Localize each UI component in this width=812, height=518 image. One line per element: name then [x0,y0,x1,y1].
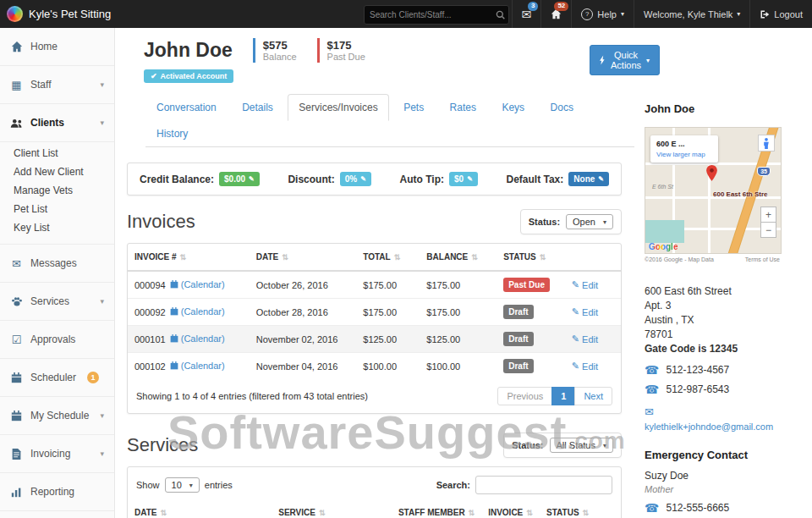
map[interactable]: E 6th St 35 600 East 6th Stre 600 E ... … [645,127,782,254]
user-menu[interactable]: Welcome, Kyle Thielk ▾ [634,0,749,28]
sidebar-item-add-new-client[interactable]: Add New Client [0,163,114,181]
col-service-date[interactable]: DATE⇅ [128,499,272,518]
invoice-date: November 02, 2016 [250,326,356,353]
sidebar-item-invoicing[interactable]: Invoicing ▾ [0,435,114,473]
col-staff-member[interactable]: STAFF MEMBER⇅ [392,499,481,518]
tab-pets[interactable]: Pets [392,94,435,121]
street-view-icon[interactable] [758,135,775,152]
col-invoice-number[interactable]: INVOICE #⇅ [128,244,250,271]
service-status-select[interactable]: All Status ▾ [550,438,613,453]
sidebar-item-my-schedule[interactable]: My Schedule ▾ [0,397,114,435]
services-panel: Show 10 ▾ entries Search: DATE⇅ SERVIC [127,466,622,518]
home-nav-button[interactable]: 52 [540,0,571,28]
invoice-status-badge: Draft [503,332,533,346]
search-icon[interactable] [491,10,508,19]
emergency-contact-title: Emergency Contact [645,449,802,461]
edit-invoice-link[interactable]: ✎Edit [572,279,598,290]
calendar-link-label: (Calendar) [181,279,225,289]
sidebar-item-key-list[interactable]: Key List [0,218,114,237]
messages-nav-button[interactable]: ✉ 3 [512,0,541,28]
invoice-number: 000094 [134,280,166,290]
sidebar-item-messages[interactable]: ✉ Messages [0,245,114,283]
col-service[interactable]: SERVICE⇅ [272,499,392,518]
credit-balance-badge[interactable]: $0.00 ✎ [219,172,260,186]
tab-services-invoices[interactable]: Services/Invoices [288,94,388,121]
sort-icon: ⇅ [471,253,478,262]
col-date[interactable]: DATE⇅ [250,244,356,271]
col-balance-label: BALANCE [426,252,468,262]
sidebar-item-manage-vets[interactable]: Manage Vets [0,181,114,200]
sidebar-item-client-list[interactable]: Client List [0,144,114,163]
tab-conversation[interactable]: Conversation [145,94,228,121]
users-icon [10,118,23,129]
tab-details[interactable]: Details [231,94,284,121]
map-marker-icon[interactable] [706,165,717,185]
sidebar-item-reporting[interactable]: Reporting [0,473,114,511]
col-balance[interactable]: BALANCE⇅ [420,244,497,271]
clients-submenu: Client List Add New Client Manage Vets P… [0,142,114,245]
map-zoom-controls: + − [760,207,776,238]
calendar-link[interactable]: (Calendar) [170,279,225,289]
balance-label: Balance [263,52,297,62]
search-input[interactable] [365,10,491,19]
tab-keys[interactable]: Keys [491,94,535,121]
view-larger-map-link[interactable]: View larger map [656,151,712,158]
help-menu[interactable]: ? Help ▾ [571,0,634,28]
show-entries-value: 10 [172,480,182,490]
map-marker-label: 600 East 6th Stre [713,190,767,198]
tab-docs[interactable]: Docs [540,94,584,121]
chevron-down-icon: ▾ [100,80,104,89]
app-brand[interactable]: Kyle's Pet Sitting [0,6,111,22]
calendar-link-label: (Calendar) [181,333,225,344]
sidebar-item-approvals[interactable]: ☑ Approvals [0,321,114,359]
col-total[interactable]: TOTAL⇅ [356,244,420,271]
calendar-icon [170,307,178,316]
app-window: Kyle's Pet Sitting ✉ 3 52 ? Help ▾ [0,0,812,518]
calendar-link[interactable]: (Calendar) [170,306,225,317]
services-search-group: Search: [436,476,612,494]
edit-icon: ✎ [598,175,604,183]
tab-rates[interactable]: Rates [439,94,487,121]
auto-tip-badge[interactable]: $0 ✎ [449,172,478,186]
lightning-icon [600,55,606,65]
sidebar-item-clients[interactable]: Clients ▾ [0,104,114,142]
invoice-balance: $175.00 [420,271,497,299]
past-due-label: Past Due [327,52,365,62]
sidebar-label-scheduler: Scheduler [30,372,76,383]
invoice-status-select[interactable]: Open ▾ [566,214,613,229]
col-service-label: SERVICE [278,508,315,517]
calendar-link[interactable]: (Calendar) [170,333,225,344]
sidebar-item-services[interactable]: Services ▾ [0,283,114,321]
zoom-in-button[interactable]: + [760,207,776,223]
col-status[interactable]: STATUS⇅ [497,244,565,271]
entries-label: entries [205,480,233,490]
sidebar-item-home[interactable]: Home [0,28,114,66]
sort-icon: ⇅ [526,509,533,517]
map-terms-link[interactable]: Terms of Use [745,256,780,262]
logout-button[interactable]: Logout [749,0,812,28]
services-search-input[interactable] [475,476,612,494]
zoom-out-button[interactable]: − [760,222,776,238]
edit-invoice-link[interactable]: ✎Edit [572,333,598,344]
invoice-date: October 28, 2016 [250,299,356,326]
calendar-icon [10,411,23,422]
sidebar-item-pet-list[interactable]: Pet List [0,200,114,218]
pagination-page-1[interactable]: 1 [551,387,575,405]
col-service-invoice[interactable]: INVOICE⇅ [481,499,540,518]
calendar-link[interactable]: (Calendar) [170,361,225,371]
sidebar-item-scheduler[interactable]: Scheduler 1 [0,359,114,397]
edit-invoice-link[interactable]: ✎Edit [572,361,598,372]
client-email-link[interactable]: kylethielk+johndoe@gmail.com [645,422,802,432]
pagination-previous[interactable]: Previous [497,387,552,405]
pagination-next[interactable]: Next [574,387,612,405]
edit-invoice-link[interactable]: ✎Edit [572,306,598,317]
default-tax-badge[interactable]: None ✎ [568,172,609,186]
tab-history[interactable]: History [145,120,199,147]
col-service-status[interactable]: STATUS⇅ [540,499,621,518]
discount-badge[interactable]: 0% ✎ [340,172,371,186]
sort-icon: ⇅ [319,509,326,517]
map-copyright: ©2016 Google - Map Data [645,256,714,262]
sidebar-item-staff[interactable]: ▦ Staff ▾ [0,66,114,104]
credit-balance-label: Credit Balance: [140,174,214,185]
show-entries-select[interactable]: 10 ▾ [165,477,200,493]
